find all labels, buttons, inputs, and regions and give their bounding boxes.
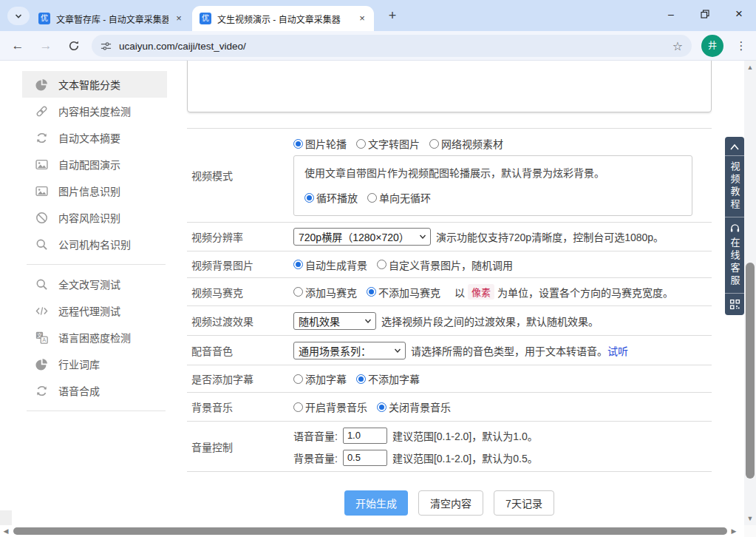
radio-option[interactable]: 循环播放	[304, 190, 358, 205]
radio-icon[interactable]	[429, 139, 439, 149]
sidebar-item-公司机构名识别[interactable]: 公司机构名识别	[22, 231, 167, 257]
radio-label: 添加马赛克	[305, 285, 357, 300]
scroll-left-icon[interactable]: ◀	[0, 527, 12, 535]
back-button[interactable]: ←	[9, 37, 27, 55]
radio-option[interactable]: 开启背景音乐	[293, 399, 367, 414]
site-settings-icon	[101, 41, 112, 52]
radio-selected-icon[interactable]	[356, 374, 366, 384]
vertical-scrollbar-thumb[interactable]	[746, 263, 755, 479]
sidebar-item-全文改写测试[interactable]: 全文改写测试	[22, 271, 167, 297]
radio-icon[interactable]	[367, 193, 377, 203]
resolution-note: 演示功能仅支持720p清晰度，控制台可选1080p。	[436, 229, 664, 244]
horizontal-scrollbar[interactable]: ◀ ▶	[0, 525, 744, 537]
radio-option[interactable]: 自定义背景图片，随机调用	[377, 257, 513, 272]
radio-option[interactable]: 关闭背景音乐	[377, 399, 451, 414]
voice-select[interactable]: 通用场景系列：	[293, 342, 406, 359]
radio-option[interactable]: 图片轮播	[293, 136, 347, 151]
sidebar-item-自动配图演示[interactable]: 自动配图演示	[22, 151, 167, 178]
voice-volume-input[interactable]	[343, 428, 387, 444]
radio-selected-icon[interactable]	[367, 287, 376, 297]
tab-close-icon[interactable]: ×	[173, 13, 185, 24]
radio-selected-icon[interactable]	[293, 260, 303, 269]
forward-button[interactable]: →	[37, 37, 55, 55]
radio-icon[interactable]	[356, 139, 366, 149]
radio-icon[interactable]	[293, 287, 303, 297]
sidebar-item-label: 内容相关度检测	[58, 104, 131, 118]
collapse-button[interactable]	[725, 137, 744, 155]
qrcode-button[interactable]	[725, 293, 744, 315]
clear-button[interactable]: 清空内容	[418, 490, 483, 516]
subtitle-options: 添加字幕不添加字幕	[293, 371, 712, 386]
close-window-button[interactable]: ×	[722, 0, 756, 28]
sidebar-item-内容相关度检测[interactable]: 内容相关度检测	[22, 98, 167, 124]
radio-selected-icon[interactable]	[377, 402, 386, 412]
radio-icon[interactable]	[377, 260, 386, 269]
bgm-volume-input[interactable]	[343, 450, 387, 466]
bookmark-star-icon[interactable]: ☆	[672, 39, 683, 53]
scroll-right-icon[interactable]: ▶	[728, 527, 740, 535]
audition-link[interactable]: 试听	[607, 343, 628, 358]
new-tab-button[interactable]: +	[383, 7, 402, 26]
sidebar-item-自动文本摘要[interactable]: 自动文本摘要	[22, 124, 167, 151]
radio-option[interactable]: 单向无循环	[367, 190, 431, 205]
sidebar-item-内容风险识别[interactable]: 内容风险识别	[22, 204, 167, 231]
radio-option[interactable]: 添加马赛克	[293, 285, 357, 300]
radio-option[interactable]: 添加字幕	[293, 371, 347, 386]
select-value: 通用场景系列：	[299, 343, 371, 358]
scroll-down-icon[interactable]: ▼	[744, 515, 756, 522]
scroll-up-icon[interactable]: ▲	[744, 64, 756, 71]
tab-close-icon[interactable]: ×	[356, 13, 368, 24]
maximize-button[interactable]	[688, 0, 722, 28]
resolution-select[interactable]: 720p横屏（1280×720）	[293, 228, 431, 246]
tab-article-storage[interactable]: 优 文章暂存库 - 自动文章采集器-优 ×	[31, 6, 191, 31]
radio-option[interactable]: 网络视频素材	[429, 136, 503, 151]
horizontal-scrollbar-thumb[interactable]	[13, 527, 727, 535]
sidebar-item-label: 语言困惑度检测	[58, 330, 131, 345]
chevron-down-icon	[14, 12, 23, 21]
sidebar-item-文本智能分类[interactable]: 文本智能分类	[22, 71, 167, 98]
sidebar-item-语言困惑度检测[interactable]: 文A语言困惑度检测	[22, 324, 167, 351]
sidebar-item-语音合成[interactable]: 语音合成	[22, 377, 167, 404]
reload-button[interactable]	[65, 37, 83, 55]
sidebar-item-远程代理测试[interactable]: 远程代理测试	[22, 297, 167, 324]
select-value: 随机效果	[299, 314, 340, 328]
browser-menu-icon[interactable]: ⋮	[734, 37, 749, 55]
ban-icon	[35, 212, 48, 224]
mosaic-options: 添加马赛克不添加马赛克	[293, 285, 450, 300]
history-button[interactable]: 7天记录	[494, 490, 554, 516]
mosaic-note-suffix: 为单位，设置各个方向的马赛克宽度。	[497, 285, 673, 300]
action-buttons: 开始生成 清空内容 7天记录	[187, 490, 712, 516]
radio-selected-icon[interactable]	[293, 139, 303, 149]
sidebar-item-label: 自动文本摘要	[58, 130, 120, 145]
radio-option[interactable]: 文字转图片	[356, 136, 420, 151]
field-label: 视频模式	[187, 168, 293, 183]
omnibox[interactable]: ucaiyun.com/caiji/test_video/ ☆	[92, 35, 692, 57]
chevron-down-icon	[394, 347, 401, 354]
transition-select[interactable]: 随机效果	[293, 312, 376, 330]
video-tutorial-button[interactable]: 视频教程	[725, 155, 744, 217]
sidebar-item-label: 内容风险识别	[58, 210, 120, 225]
minimize-button[interactable]: –	[654, 0, 688, 28]
generate-button[interactable]: 开始生成	[344, 490, 408, 516]
url-text[interactable]: ucaiyun.com/caiji/test_video/	[119, 41, 672, 52]
article-textarea[interactable]	[187, 61, 712, 112]
online-service-button[interactable]: 在线客服	[725, 217, 744, 293]
radio-option[interactable]: 自动生成背景	[293, 257, 367, 272]
chevron-up-icon	[729, 143, 740, 151]
voice-note: 请选择所需的音色类型，用于文本转语音。	[411, 343, 607, 358]
reload-icon	[68, 40, 80, 52]
volume-row: 音量控制 语音音量: 建议范围[0.1-2.0]，默认为1.0。 背景音量: 建…	[187, 422, 712, 472]
tab-title: 文章暂存库 - 自动文章采集器-优	[56, 13, 168, 25]
radio-icon[interactable]	[293, 374, 303, 384]
tab-text-to-video[interactable]: 优 文生视频演示 - 自动文章采集器 ×	[192, 6, 374, 31]
radio-icon[interactable]	[293, 402, 303, 412]
sidebar-item-行业词库[interactable]: 行业词库	[22, 351, 167, 377]
radio-option[interactable]: 不添加字幕	[356, 371, 420, 386]
sidebar-item-图片信息识别[interactable]: 图片信息识别	[22, 178, 167, 204]
radio-option[interactable]: 不添加马赛克	[367, 285, 440, 300]
radio-selected-icon[interactable]	[304, 193, 314, 203]
profile-avatar[interactable]: 井	[701, 35, 723, 57]
vertical-scrollbar[interactable]: ▲ ▼	[744, 61, 756, 525]
tab-search-button[interactable]	[7, 7, 30, 25]
field-label: 视频马赛克	[187, 285, 293, 300]
